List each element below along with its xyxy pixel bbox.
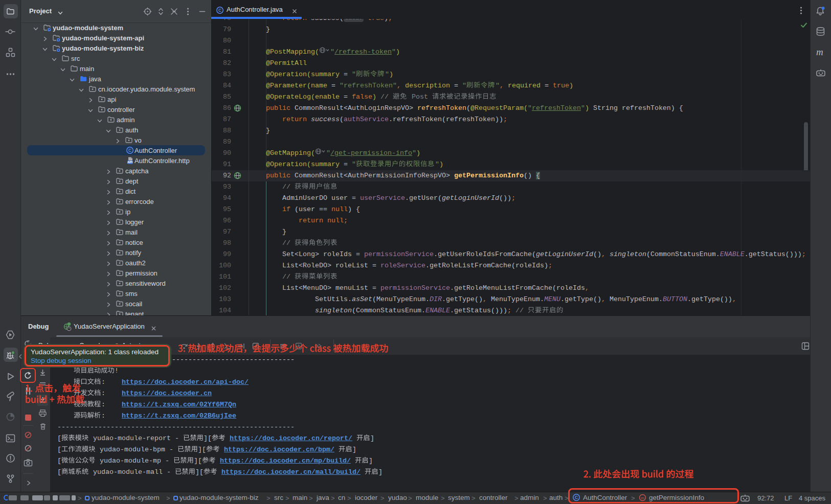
svg-text:C: C: [128, 148, 131, 153]
svg-text:C: C: [218, 8, 221, 13]
svg-text:API: API: [127, 161, 132, 164]
